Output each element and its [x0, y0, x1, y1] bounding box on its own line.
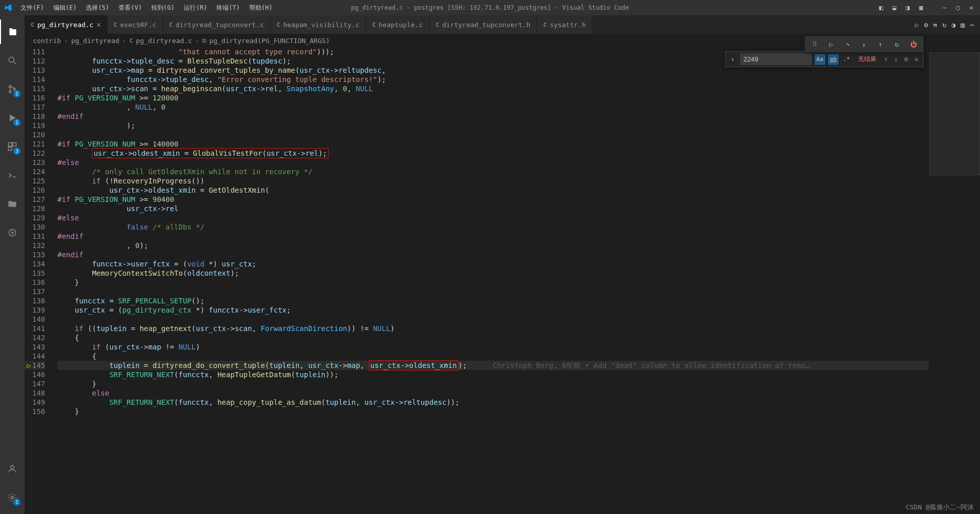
close-find-icon[interactable]: ✕: [913, 55, 920, 63]
panel-bottom-icon[interactable]: ⬓: [890, 3, 899, 12]
debug-toolbar[interactable]: ⠿ ▷ ↷ ↓ ↑ ↻ ⏻: [805, 36, 924, 52]
svg-rect-5: [13, 143, 16, 147]
menu-item[interactable]: 转到(G): [147, 2, 179, 14]
window-title: pg_dirtyread.c - postgres [SSH: 192.71.0…: [351, 4, 629, 11]
menu-bar: 文件(F)编辑(E)选择(S)查看(V)转到(G)运行(R)终端(T)帮助(H): [16, 2, 277, 14]
code-editor[interactable]: "that cannot accept type record"))); fun…: [53, 47, 929, 514]
prev-match-icon[interactable]: ↑: [883, 55, 890, 63]
tab-label: heaptuple.c: [379, 21, 423, 29]
breadcrumb-part[interactable]: pg_dirtyread: [71, 37, 119, 45]
minimize-button[interactable]: —: [940, 3, 949, 12]
function-icon: ⊡: [202, 37, 206, 45]
title-bar: 文件(F)编辑(E)选择(S)查看(V)转到(G)运行(R)终端(T)帮助(H)…: [0, 0, 980, 15]
tab-label: execSRF.c: [120, 21, 156, 29]
svg-point-1: [9, 86, 11, 88]
chevron-right-icon: ›: [195, 37, 199, 45]
panel-left-icon[interactable]: ◧: [876, 3, 886, 12]
c-file-icon: C: [277, 22, 281, 28]
expand-find-icon[interactable]: ›: [729, 55, 737, 63]
svg-point-8: [11, 465, 14, 469]
regex-toggle[interactable]: .*: [842, 54, 852, 65]
testing-icon[interactable]: [0, 220, 25, 245]
close-window-button[interactable]: ✕: [967, 3, 976, 12]
step-into-icon[interactable]: ↓: [858, 38, 870, 50]
split-editor-icon[interactable]: ▥: [961, 21, 965, 29]
layout-icon[interactable]: ▦: [916, 3, 926, 12]
run-debug-icon[interactable]: 1: [0, 106, 25, 130]
debug-badge: 1: [13, 119, 21, 126]
c-file-icon: C: [169, 22, 173, 28]
more-actions-icon[interactable]: ⋯: [970, 21, 974, 29]
whole-word-toggle[interactable]: ab: [828, 54, 838, 65]
run-start-icon[interactable]: ▷: [915, 21, 919, 29]
layout-controls: ◧ ⬓ ◨ ▦ — ▢ ✕: [876, 3, 976, 12]
c-file-icon: C: [129, 37, 133, 44]
close-tab-icon[interactable]: ×: [96, 20, 101, 29]
c-file-icon: C: [436, 22, 439, 28]
breadcrumb-symbol[interactable]: pg_dirtyread(PG_FUNCTION_ARGS): [209, 37, 330, 45]
remote-icon[interactable]: [0, 163, 25, 188]
breadcrumb-part[interactable]: contrib: [33, 37, 61, 45]
breadcrumb-file[interactable]: pg_dirtyread.c: [136, 37, 192, 45]
minimap[interactable]: [929, 47, 980, 514]
editor-tab[interactable]: Csysattr.h: [537, 15, 592, 34]
tab-label: sysattr.h: [550, 21, 586, 29]
settings-badge: 1: [13, 499, 21, 506]
continue-icon[interactable]: ▷: [825, 38, 837, 50]
editor-tab[interactable]: Cdirtyread_tupconvert.h: [430, 15, 537, 34]
c-file-icon: C: [372, 22, 376, 28]
drag-handle-icon[interactable]: ⠿: [809, 38, 821, 50]
find-widget[interactable]: › Aa ab .* 无结果 ↑ ↓ ≡ ✕: [725, 51, 924, 67]
editor-tab[interactable]: Cpg_dirtyread.c×: [25, 15, 108, 34]
c-file-icon: C: [31, 22, 34, 28]
settings-gear-icon[interactable]: 1: [0, 485, 25, 510]
tab-label: heapam_visibility.c: [283, 21, 359, 29]
editor-tab[interactable]: Cdirtyread_tupconvert.c: [163, 15, 271, 34]
find-results: 无结果: [855, 55, 879, 64]
menu-item[interactable]: 帮助(H): [245, 2, 277, 14]
menu-item[interactable]: 文件(F): [16, 2, 48, 14]
vscode-logo-icon: [4, 4, 12, 12]
tab-label: dirtyread_tupconvert.h: [442, 21, 530, 29]
menu-item[interactable]: 终端(T): [212, 2, 244, 14]
menu-item[interactable]: 选择(S): [82, 2, 113, 14]
compare-icon[interactable]: ⇆: [933, 21, 937, 29]
source-control-icon[interactable]: 2: [0, 77, 25, 101]
editor-tabs: Cpg_dirtyread.c×CexecSRF.cCdirtyread_tup…: [25, 15, 980, 34]
accounts-icon[interactable]: [0, 457, 25, 481]
disconnect-icon[interactable]: ⏻: [907, 38, 919, 50]
line-number-gutter[interactable]: 1111121131141151161171181191201211221231…: [25, 47, 53, 514]
menu-item[interactable]: 运行(R): [179, 2, 211, 14]
menu-item[interactable]: 查看(V): [114, 2, 146, 14]
watermark: CSDN @孤傲小二~阿沐: [906, 503, 974, 512]
settings-icon[interactable]: ⚙: [924, 21, 928, 29]
restart-icon[interactable]: ↻: [891, 38, 903, 50]
svg-point-9: [11, 497, 14, 499]
step-over-icon[interactable]: ↷: [842, 38, 854, 50]
explorer-icon[interactable]: [0, 19, 25, 44]
next-match-icon[interactable]: ↓: [893, 55, 900, 63]
diff-icon[interactable]: ◑: [952, 21, 956, 29]
find-input[interactable]: [740, 53, 812, 65]
editor-tab[interactable]: CexecSRF.c: [108, 15, 163, 34]
step-out-icon[interactable]: ↑: [874, 38, 887, 50]
extensions-icon[interactable]: 3: [0, 134, 25, 159]
editor-tab[interactable]: Cheapam_visibility.c: [271, 15, 366, 34]
find-in-selection-icon[interactable]: ≡: [903, 55, 910, 63]
maximize-button[interactable]: ▢: [953, 3, 963, 12]
svg-rect-4: [9, 143, 12, 147]
history-icon[interactable]: ↻: [943, 21, 947, 29]
editor-tab[interactable]: Cheaptuple.c: [366, 15, 430, 34]
search-icon[interactable]: [0, 48, 25, 73]
menu-item[interactable]: 编辑(E): [49, 2, 81, 14]
tab-label: pg_dirtyread.c: [37, 21, 94, 29]
match-case-toggle[interactable]: Aa: [815, 54, 825, 65]
svg-point-0: [9, 57, 14, 62]
activity-bar: 2 1 3 1: [0, 15, 25, 514]
c-file-icon: C: [543, 22, 547, 28]
ext-badge: 3: [13, 148, 21, 155]
folder-icon[interactable]: [0, 192, 25, 216]
panel-right-icon[interactable]: ◨: [903, 3, 912, 12]
tab-label: dirtyread_tupconvert.c: [175, 21, 264, 29]
chevron-right-icon: ›: [123, 37, 127, 45]
